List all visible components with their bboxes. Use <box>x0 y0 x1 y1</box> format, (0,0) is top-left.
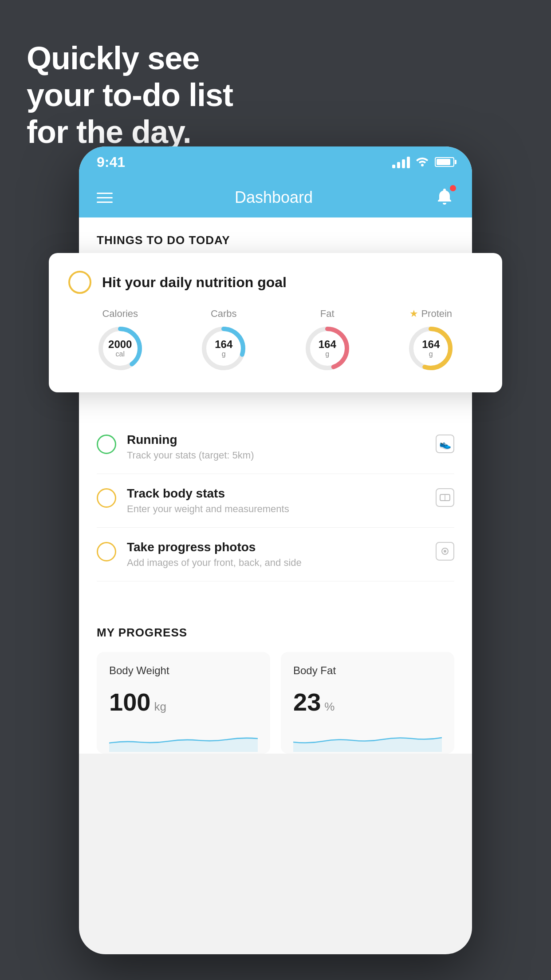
wifi-icon <box>415 155 429 170</box>
hero-line3: for the day. <box>27 114 233 150</box>
donut-value-calories: 2000 <box>108 339 132 350</box>
donut-protein: 164 g <box>406 324 455 373</box>
donut-calories: 2000 cal <box>96 324 145 373</box>
nutrition-label-fat: Fat <box>320 308 335 320</box>
svg-text:👟: 👟 <box>439 438 452 450</box>
progress-cards: Body Weight 100 kg Body Fat 23 % <box>97 652 454 754</box>
weight-unit: kg <box>154 700 166 714</box>
card-title-nutrition: Hit your daily nutrition goal <box>102 274 287 291</box>
todo-text-body-stats: Track body stats Enter your weight and m… <box>127 486 425 515</box>
scale-icon <box>436 488 454 509</box>
nav-bar: Dashboard <box>79 178 472 217</box>
protein-label-text: Protein <box>421 308 452 320</box>
progress-card-bodyfat[interactable]: Body Fat 23 % <box>281 652 454 754</box>
todo-item-running[interactable]: Running Track your stats (target: 5km) 👟 <box>97 420 454 474</box>
nutrition-label-calories: Calories <box>102 308 138 320</box>
status-time: 9:41 <box>97 154 125 170</box>
hamburger-menu-button[interactable] <box>97 193 113 203</box>
todo-title-body-stats: Track body stats <box>127 486 425 501</box>
todo-title-photos: Take progress photos <box>127 540 425 554</box>
status-bar: 9:41 <box>79 146 472 178</box>
todo-item-progress-photos[interactable]: Take progress photos Add images of your … <box>97 528 454 581</box>
todo-subtitle-photos: Add images of your front, back, and side <box>127 557 425 569</box>
todo-item-body-stats[interactable]: Track body stats Enter your weight and m… <box>97 474 454 528</box>
weight-number: 100 <box>109 688 150 716</box>
progress-card-bodyfat-value: 23 % <box>293 688 442 716</box>
donut-value-fat: 164 <box>319 339 336 350</box>
running-icon: 👟 <box>436 435 454 455</box>
donut-carbs: 164 g <box>199 324 248 373</box>
todo-subtitle-running: Track your stats (target: 5km) <box>127 450 425 461</box>
hero-text: Quickly see your to-do list for the day. <box>27 40 233 150</box>
bodyfat-unit: % <box>324 700 335 714</box>
progress-card-bodyfat-title: Body Fat <box>293 664 442 677</box>
nav-title: Dashboard <box>235 188 313 207</box>
donut-unit-protein: g <box>422 350 440 358</box>
nutrition-item-protein: ★ Protein 164 g <box>406 308 455 373</box>
nutrition-row: Calories 2000 cal Carbs <box>68 308 483 373</box>
battery-icon <box>435 157 454 167</box>
bodyfat-number: 23 <box>293 688 321 716</box>
signal-bars-icon <box>392 156 410 168</box>
progress-card-weight[interactable]: Body Weight 100 kg <box>97 652 270 754</box>
todo-text-running: Running Track your stats (target: 5km) <box>127 433 425 461</box>
photo-icon <box>436 542 454 562</box>
donut-value-protein: 164 <box>422 339 440 350</box>
status-icons <box>392 155 454 170</box>
nutrition-label-carbs: Carbs <box>211 308 237 320</box>
task-circle-nutrition <box>68 271 91 294</box>
bodyfat-sparkline <box>293 725 442 752</box>
notification-dot <box>450 185 456 191</box>
progress-card-weight-title: Body Weight <box>109 664 258 677</box>
todo-subtitle-body-stats: Enter your weight and measurements <box>127 503 425 515</box>
weight-sparkline <box>109 725 258 752</box>
star-icon: ★ <box>409 308 418 320</box>
nutrition-item-carbs: Carbs 164 g <box>199 308 248 373</box>
progress-header: MY PROGRESS <box>97 626 454 640</box>
todo-circle-body-stats <box>97 488 116 508</box>
nutrition-label-protein: ★ Protein <box>409 308 452 320</box>
donut-value-carbs: 164 <box>215 339 232 350</box>
progress-section: MY PROGRESS Body Weight 100 kg Bod <box>79 608 472 754</box>
donut-fat: 164 g <box>303 324 352 373</box>
progress-card-weight-value: 100 kg <box>109 688 258 716</box>
nutrition-item-calories: Calories 2000 cal <box>96 308 145 373</box>
card-header: Hit your daily nutrition goal <box>68 271 483 294</box>
todo-circle-running <box>97 435 116 454</box>
nutrition-item-fat: Fat 164 g <box>303 308 352 373</box>
nutrition-card: Hit your daily nutrition goal Calories 2… <box>49 253 502 392</box>
todo-text-photos: Take progress photos Add images of your … <box>127 540 425 569</box>
todo-circle-photos <box>97 542 116 561</box>
todo-title-running: Running <box>127 433 425 447</box>
hero-line2: your to-do list <box>27 77 233 114</box>
todo-list: Running Track your stats (target: 5km) 👟… <box>79 420 472 581</box>
section-header: THINGS TO DO TODAY <box>79 217 472 256</box>
hero-line1: Quickly see <box>27 40 233 77</box>
svg-point-7 <box>444 550 446 553</box>
donut-unit-carbs: g <box>215 350 232 358</box>
bell-notification-button[interactable] <box>435 187 454 208</box>
donut-unit-fat: g <box>319 350 336 358</box>
donut-unit-calories: cal <box>108 350 132 358</box>
